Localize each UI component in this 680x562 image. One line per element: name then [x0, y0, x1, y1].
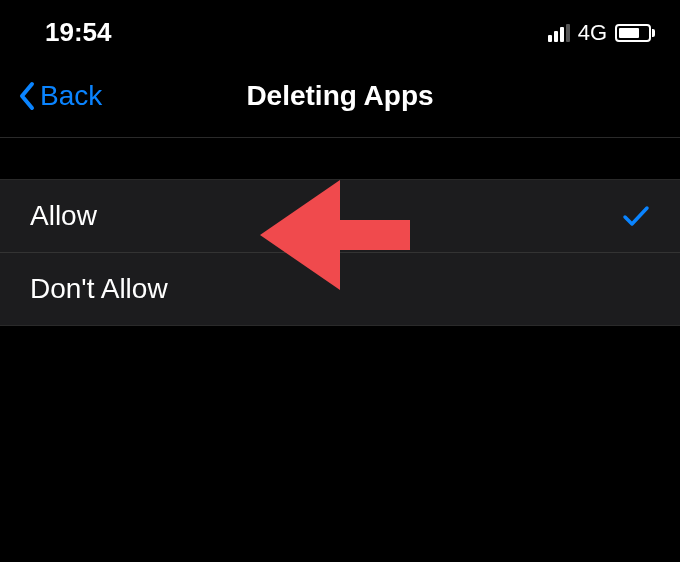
option-label: Allow — [30, 200, 97, 232]
options-list: Allow Don't Allow — [0, 180, 680, 326]
chevron-left-icon — [18, 81, 36, 111]
signal-icon — [548, 24, 570, 42]
navigation-bar: Back Deleting Apps — [0, 60, 680, 138]
status-time: 19:54 — [45, 17, 112, 48]
status-bar: 19:54 4G — [0, 0, 680, 60]
status-indicators: 4G — [548, 20, 655, 46]
option-dont-allow[interactable]: Don't Allow — [0, 253, 680, 325]
section-spacer — [0, 138, 680, 180]
back-button[interactable]: Back — [18, 80, 102, 112]
page-title: Deleting Apps — [246, 80, 433, 112]
battery-icon — [615, 24, 655, 42]
option-allow[interactable]: Allow — [0, 180, 680, 253]
checkmark-icon — [622, 204, 650, 228]
network-label: 4G — [578, 20, 607, 46]
back-label: Back — [40, 80, 102, 112]
option-label: Don't Allow — [30, 273, 168, 305]
